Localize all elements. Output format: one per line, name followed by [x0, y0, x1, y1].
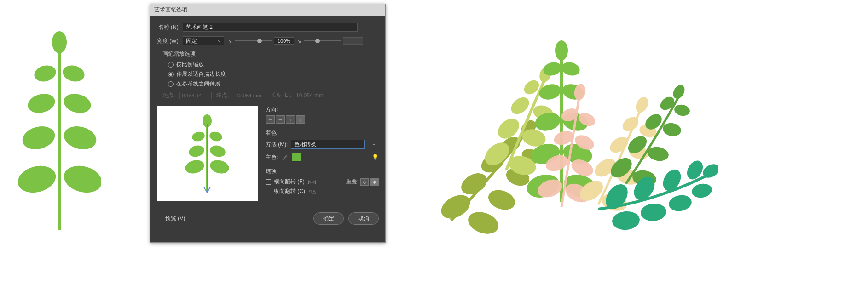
- flip-vertical-checkbox[interactable]: [266, 189, 271, 194]
- options-label: 选项: [266, 167, 379, 175]
- overlap-option-2[interactable]: ◆: [370, 178, 379, 186]
- guides-disabled-row: 起点: 0.154.14 终点: 10.054 mm 长度 (L): 10.05…: [162, 91, 379, 99]
- radio-stretch[interactable]: 伸展以适合描边长度: [168, 70, 379, 78]
- key-color-label: 主色:: [266, 153, 278, 161]
- direction-left-button[interactable]: ←: [266, 115, 275, 124]
- svg-point-73: [673, 103, 691, 117]
- overlap-option-1[interactable]: ◇: [360, 178, 369, 186]
- svg-point-2: [32, 63, 58, 84]
- svg-point-14: [187, 144, 205, 159]
- svg-point-76: [611, 210, 640, 231]
- name-label: 名称 (N):: [157, 23, 180, 31]
- branch-sample-art: [18, 18, 101, 230]
- svg-point-20: [465, 208, 502, 238]
- svg-point-6: [20, 123, 58, 153]
- key-color-swatch[interactable]: [292, 153, 301, 162]
- overlap-label: 重叠:: [346, 178, 359, 186]
- colorize-method-select[interactable]: [291, 140, 365, 149]
- width-right-icon: ↘: [296, 38, 302, 44]
- cancel-button[interactable]: 取消: [348, 212, 379, 225]
- svg-point-3: [61, 63, 86, 84]
- radio-between-label: 在参考线之间伸展: [176, 80, 220, 88]
- svg-point-7: [61, 123, 99, 153]
- svg-point-47: [555, 40, 568, 61]
- radio-between-guides[interactable]: 在参考线之间伸展: [168, 80, 379, 88]
- svg-point-9: [61, 162, 101, 197]
- dialog-title: 艺术画笔选项: [150, 4, 385, 16]
- svg-point-80: [667, 193, 693, 213]
- svg-point-5: [62, 91, 93, 116]
- width-slider-right[interactable]: [304, 40, 341, 41]
- radio-stretch-label: 伸展以适合描边长度: [176, 70, 226, 78]
- flip-horizontal-checkbox[interactable]: [266, 179, 271, 185]
- scale-section-title: 画笔缩放选项: [162, 50, 379, 58]
- svg-point-8: [18, 162, 59, 197]
- svg-point-1: [52, 31, 67, 53]
- brush-preview: [157, 106, 258, 201]
- svg-point-74: [671, 83, 687, 101]
- svg-point-78: [640, 203, 667, 222]
- flip-h-icon: ▷◁: [308, 179, 316, 184]
- direction-down-button[interactable]: ↓: [296, 115, 305, 124]
- preview-check-label: 预览 (V): [165, 215, 185, 222]
- method-label: 方法 (M):: [266, 141, 288, 148]
- preview-checkbox[interactable]: [157, 216, 162, 221]
- tip-icon[interactable]: 💡: [372, 154, 379, 160]
- width-label: 宽度 (W):: [157, 37, 180, 45]
- radio-proportional-label: 按比例缩放: [176, 61, 204, 68]
- svg-point-82: [691, 182, 713, 199]
- ok-button[interactable]: 确定: [313, 212, 344, 225]
- flip-h-label: 横向翻转 (F): [274, 178, 305, 186]
- svg-point-17: [208, 158, 231, 176]
- svg-point-46: [560, 60, 581, 77]
- width-mode-select[interactable]: [183, 36, 224, 45]
- svg-point-61: [607, 134, 631, 156]
- svg-point-13: [208, 130, 223, 143]
- svg-rect-0: [58, 46, 61, 230]
- svg-point-15: [208, 144, 226, 159]
- brush-name-input[interactable]: [183, 23, 358, 32]
- svg-point-71: [662, 122, 682, 138]
- svg-point-65: [634, 95, 651, 115]
- svg-point-22: [486, 187, 518, 213]
- svg-point-12: [191, 130, 206, 143]
- svg-point-4: [26, 91, 57, 116]
- direction-right-button[interactable]: →: [276, 115, 285, 124]
- eyedropper-icon[interactable]: [282, 154, 288, 160]
- direction-up-button[interactable]: ↑: [286, 115, 295, 124]
- svg-point-79: [660, 166, 684, 194]
- flip-v-icon: ▽△: [309, 189, 316, 194]
- art-brush-options-dialog: 艺术画笔选项 名称 (N): 宽度 (W): ↘ 100% ↘ 画笔缩放选项: [150, 4, 386, 243]
- radio-proportional[interactable]: 按比例缩放: [168, 61, 379, 68]
- width-percent-disabled: [343, 37, 363, 45]
- flip-v-label: 纵向翻转 (C): [274, 187, 305, 195]
- colorize-label: 着色: [266, 129, 379, 137]
- svg-point-16: [184, 158, 206, 176]
- width-percent[interactable]: 100%: [274, 37, 294, 45]
- direction-label: 方向:: [266, 106, 379, 113]
- width-slider-left[interactable]: [235, 40, 272, 41]
- width-left-icon: ↘: [227, 38, 233, 44]
- bouquet-art: [423, 23, 718, 244]
